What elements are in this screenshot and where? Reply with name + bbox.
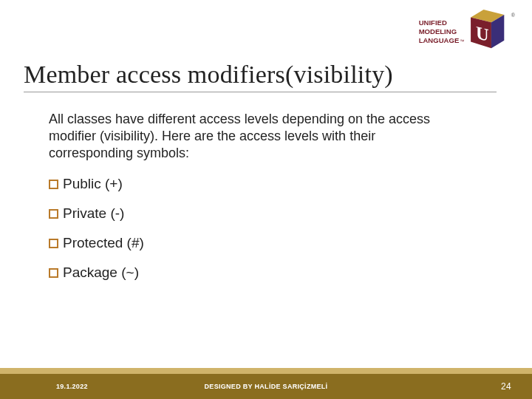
slide-title: Member access modifiers(visibility) [24,61,497,92]
bullet-list: Public (+) Private (-) Protected (#) Pac… [49,176,463,294]
square-bullet-icon [49,268,58,278]
footer-accent-stripe [0,368,532,374]
square-bullet-icon [49,209,58,219]
list-item: Package (~) [49,265,463,281]
bullet-label: Package (~) [63,265,139,281]
footer-author: DESIGNED BY HALİDE SARIÇİZMELİ [0,383,532,390]
footer-page-number: 24 [501,381,511,392]
logo-registered: ® [511,13,515,18]
uml-logo: UNIFIED MODELING LANGUAGE ™ U ® [411,4,522,64]
logo-text-language: LANGUAGE [419,36,460,44]
bullet-label: Private (-) [63,205,124,222]
logo-text-unified: UNIFIED [419,18,447,27]
footer-main-bar: 19.1.2022 DESIGNED BY HALİDE SARIÇİZMELİ… [0,374,532,399]
list-item: Public (+) [49,176,463,192]
square-bullet-icon [49,239,58,248]
list-item: Protected (#) [49,235,463,251]
logo-text-modeling: MODELING [419,27,457,35]
uml-cube-icon: U [471,10,504,48]
square-bullet-icon [49,180,58,189]
footer: 19.1.2022 DESIGNED BY HALİDE SARIÇİZMELİ… [0,355,532,399]
list-item: Private (-) [49,205,463,222]
bullet-label: Protected (#) [63,235,144,251]
logo-u-letter: U [476,22,489,45]
logo-tm: ™ [460,38,464,44]
intro-paragraph: All classes have different access levels… [49,111,463,162]
bullet-label: Public (+) [63,176,123,192]
